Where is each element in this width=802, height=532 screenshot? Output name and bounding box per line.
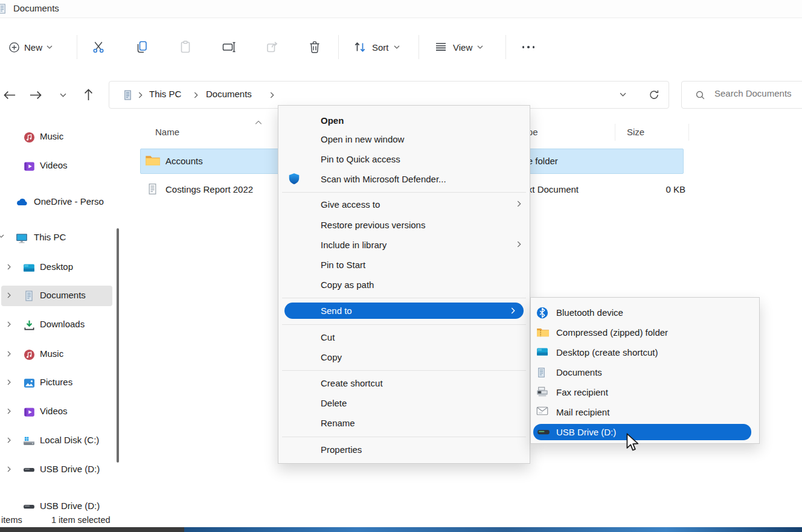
paste-button[interactable] (175, 36, 196, 58)
file-row-size: 0 KB (645, 184, 685, 194)
chevron-right-icon[interactable] (7, 292, 11, 298)
menu-item-pin-to-start[interactable]: Pin to Start (278, 255, 530, 274)
sidebar-item-videos-pinned[interactable]: Videos (0, 156, 116, 176)
sidebar-item-pictures[interactable]: Pictures (0, 373, 116, 393)
address-dropdown-chevron-icon[interactable] (620, 92, 626, 97)
chevron-down-icon (394, 45, 400, 49)
chevron-right-icon[interactable] (7, 437, 11, 443)
chevron-right-icon[interactable] (138, 92, 143, 98)
menu-item-label: Cut (321, 332, 335, 342)
column-divider[interactable] (615, 124, 615, 141)
documents-icon (536, 367, 548, 379)
sidebar-item-desktop[interactable]: Desktop (0, 257, 116, 278)
sidebar-item-label: Videos (40, 160, 68, 170)
breadcrumb-this-pc[interactable]: This PC (149, 89, 181, 99)
chevron-right-icon[interactable] (7, 466, 11, 472)
copy-button[interactable] (131, 36, 153, 58)
more-options-button[interactable] (516, 36, 541, 58)
menu-item-copy-as-path[interactable]: Copy as path (278, 275, 530, 294)
new-button[interactable]: New (5, 36, 56, 58)
menu-item-cut[interactable]: Cut (278, 327, 530, 347)
menu-item-give-access-to[interactable]: Give access to (278, 194, 530, 214)
delete-button[interactable] (304, 36, 326, 58)
menu-item-send-to[interactable]: Send to (284, 303, 524, 319)
sidebar-scrollbar[interactable] (117, 228, 119, 463)
menu-item-restore-previous-versions[interactable]: Restore previous versions (278, 215, 530, 234)
refresh-icon[interactable] (649, 89, 659, 100)
mail-envelope-icon (536, 406, 548, 418)
share-button[interactable] (261, 36, 283, 58)
sidebar-item-label: Desktop (40, 261, 73, 272)
back-button[interactable] (1, 86, 18, 103)
chevron-right-icon[interactable] (270, 92, 274, 98)
submenu-item-compressed-folder[interactable]: Compressed (zipped) folder (531, 322, 759, 342)
sort-button[interactable]: Sort (350, 36, 402, 58)
music-icon (23, 348, 35, 361)
menu-item-properties[interactable]: Properties (278, 440, 530, 459)
mouse-cursor-icon (626, 433, 640, 452)
chevron-down-icon (60, 93, 66, 97)
chevron-right-icon[interactable] (194, 92, 198, 98)
sidebar-item-usb-drive-d[interactable]: USB Drive (D:) (0, 460, 116, 480)
menu-item-copy[interactable]: Copy (278, 347, 530, 367)
menu-item-create-shortcut[interactable]: Create shortcut (278, 373, 530, 393)
file-row-name[interactable]: Costings Report 2022 (165, 184, 253, 194)
chevron-right-icon[interactable] (7, 321, 11, 327)
submenu-item-bluetooth-device[interactable]: Bluetooth device (531, 303, 759, 322)
sidebar-item-label: Downloads (40, 319, 85, 329)
sidebar-item-documents[interactable]: Documents (0, 286, 116, 306)
search-input[interactable] (713, 88, 802, 99)
up-button[interactable] (80, 86, 97, 103)
column-header-name[interactable]: Name (155, 127, 179, 137)
context-menu: Open Open in new window Pin to Quick acc… (278, 105, 530, 464)
view-button[interactable]: View (431, 36, 486, 58)
cut-button[interactable] (88, 36, 109, 58)
share-icon (265, 40, 280, 54)
rename-button[interactable] (218, 36, 240, 58)
status-bar: 2 items 1 item selected (0, 513, 802, 527)
sidebar-item-local-disk-c[interactable]: Local Disk (C:) (0, 431, 116, 451)
file-row-name[interactable]: Accounts (165, 156, 203, 166)
forward-button[interactable] (27, 86, 44, 103)
menu-item-open-in-new-window[interactable]: Open in new window (278, 129, 530, 149)
sidebar-item-music-pinned[interactable]: Music (0, 127, 116, 147)
new-button-label: New (24, 42, 42, 53)
menu-item-rename[interactable]: Rename (278, 413, 530, 432)
chevron-down-icon[interactable] (0, 234, 4, 238)
tab-title[interactable]: Documents (13, 3, 59, 13)
sidebar-item-label: This PC (34, 232, 66, 242)
menu-item-label: Pin to Quick access (321, 154, 400, 164)
submenu-item-documents[interactable]: Documents (531, 362, 759, 382)
column-divider[interactable] (688, 124, 689, 141)
sidebar-item-this-pc[interactable]: This PC (0, 228, 116, 248)
menu-item-scan-with-defender[interactable]: Scan with Microsoft Defender... (278, 169, 530, 188)
menu-item-include-in-library[interactable]: Include in library (278, 235, 530, 254)
chevron-right-icon[interactable] (7, 408, 11, 414)
chevron-right-icon[interactable] (7, 264, 11, 270)
file-explorer-window: { "window": { "tab_title": "Documents" }… (0, 0, 802, 532)
downloads-icon (23, 319, 35, 331)
sidebar-item-onedrive[interactable]: OneDrive - Perso (0, 192, 116, 213)
menu-item-pin-to-quick-access[interactable]: Pin to Quick access (278, 149, 530, 168)
submenu-item-fax-recipient[interactable]: Fax recipient (531, 382, 759, 402)
sort-arrows-icon (353, 40, 367, 54)
recent-locations-button[interactable] (54, 86, 71, 103)
rename-icon (222, 40, 236, 54)
sidebar-item-videos[interactable]: Videos (0, 402, 116, 422)
sort-ascending-caret-icon[interactable] (255, 121, 262, 124)
submenu-item-usb-drive-d[interactable]: USB Drive (D:) (533, 424, 751, 440)
sidebar-item-downloads[interactable]: Downloads (0, 315, 116, 335)
menu-item-delete[interactable]: Delete (278, 393, 530, 412)
sidebar-item-music[interactable]: Music (0, 344, 116, 365)
menu-item-open[interactable]: Open (278, 111, 530, 130)
chevron-right-icon[interactable] (7, 351, 11, 357)
menu-item-label: Mail recipient (556, 407, 609, 417)
chevron-right-icon[interactable] (7, 379, 11, 385)
column-header-size[interactable]: Size (627, 127, 644, 137)
submenu-item-mail-recipient[interactable]: Mail recipient (531, 402, 759, 421)
search-box[interactable] (681, 81, 802, 109)
submenu-item-desktop-shortcut[interactable]: Desktop (create shortcut) (531, 342, 759, 362)
menu-item-label: Pin to Start (321, 260, 365, 270)
breadcrumb-documents[interactable]: Documents (206, 89, 252, 99)
menu-item-label: Scan with Microsoft Defender... (321, 174, 446, 184)
